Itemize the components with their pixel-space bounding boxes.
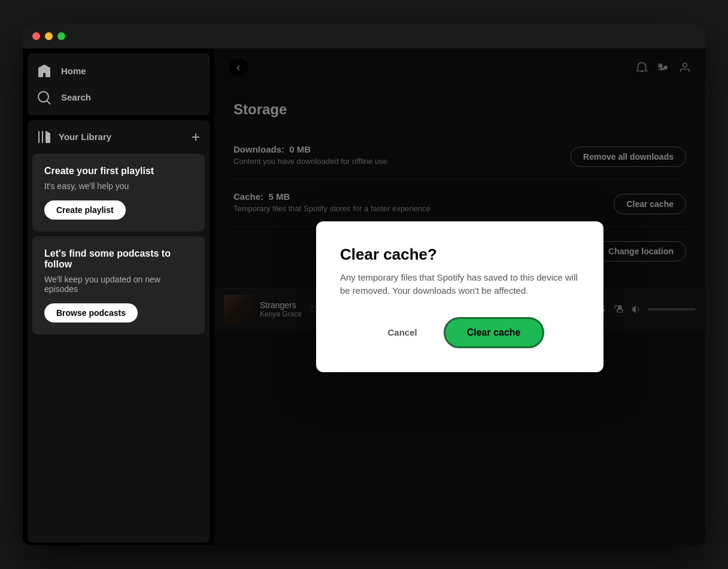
sidebar-item-search[interactable]: Search [28,84,210,111]
browse-podcasts-card: Let's find some podcasts to follow We'll… [32,236,205,334]
search-icon [37,90,51,105]
modal-actions: Cancel Clear cache [340,317,580,348]
card1-description: It's easy, we'll help you [44,181,193,191]
library-title: Your Library [59,132,111,142]
card2-description: We'll keep you updated on new episodes [44,275,193,294]
modal-body: Any temporary files that Spotify has sav… [340,271,580,298]
create-playlist-card: Create your first playlist It's easy, we… [32,154,205,232]
browse-podcasts-button[interactable]: Browse podcasts [44,303,138,322]
minimize-button[interactable] [45,32,53,40]
library-icon [37,130,51,144]
close-button[interactable] [32,32,40,40]
sidebar: Home Search [23,48,214,545]
clear-cache-modal: Clear cache? Any temporary files that Sp… [316,221,603,372]
home-label: Home [61,66,86,76]
app-window: Home Search [23,25,705,545]
sidebar-nav: Home Search [28,53,210,115]
modal-title: Clear cache? [340,245,580,264]
card1-title: Create your first playlist [44,166,193,177]
library-header-left: Your Library [37,130,111,144]
card2-title: Let's find some podcasts to follow [44,248,193,270]
app-body: Home Search [23,48,705,545]
create-playlist-button[interactable]: Create playlist [44,200,126,220]
title-bar [23,25,705,48]
home-icon [37,64,51,78]
modal-overlay[interactable]: Clear cache? Any temporary files that Sp… [214,48,705,545]
maximize-button[interactable] [57,32,65,40]
modal-confirm-button[interactable]: Clear cache [444,317,544,348]
library-section: Your Library + Create your first playlis… [28,120,210,543]
library-content: Create your first playlist It's easy, we… [28,149,210,339]
library-header: Your Library + [28,125,210,149]
traffic-lights [32,32,65,40]
library-add-button[interactable]: + [192,130,200,144]
search-label: Search [61,92,91,102]
main-content: ‹ [214,48,705,545]
modal-cancel-button[interactable]: Cancel [375,320,429,345]
sidebar-item-home[interactable]: Home [28,58,210,84]
